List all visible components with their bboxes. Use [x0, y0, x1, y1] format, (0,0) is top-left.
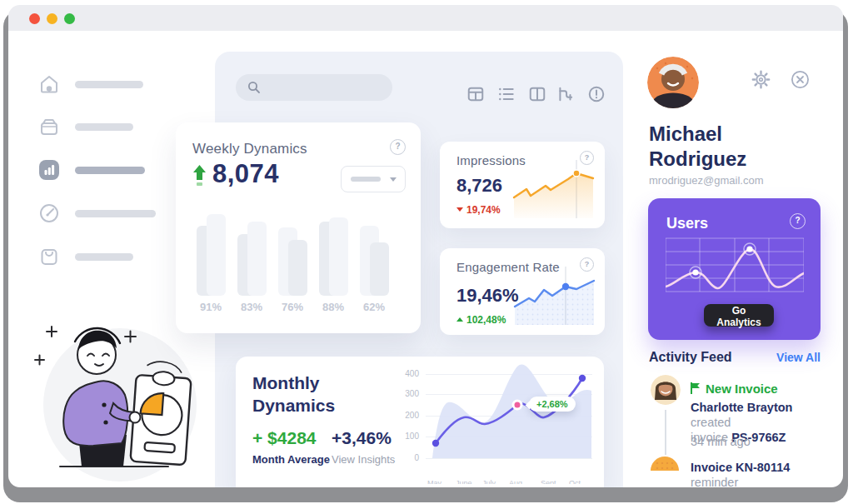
- sidebar-item-archive[interactable]: [38, 116, 60, 139]
- table-view-icon[interactable]: [466, 85, 485, 103]
- y-tick: 100: [396, 432, 419, 441]
- sidebar-label-placeholder: [75, 123, 133, 131]
- y-tick: 200: [396, 411, 419, 420]
- card-title: Weekly Dynamics: [192, 141, 307, 157]
- bar-chart-icon: [38, 159, 60, 181]
- sidebar-item-analytics[interactable]: [38, 159, 60, 182]
- y-tick: 300: [396, 389, 419, 398]
- activity-avatar: [651, 375, 681, 405]
- settings-gear-icon[interactable]: [751, 70, 771, 89]
- traffic-light-close[interactable]: [29, 13, 40, 24]
- bar-label: 83%: [237, 301, 266, 313]
- impressions-change: 19,74%: [456, 202, 501, 217]
- go-analytics-button[interactable]: Go Analytics: [704, 304, 774, 327]
- engagement-sparkline: [511, 258, 598, 328]
- shopping-bag-icon: [38, 246, 60, 267]
- profile-avatar[interactable]: [647, 57, 699, 108]
- monthly-percent: +3,46%: [332, 428, 392, 448]
- sidebar-label-placeholder: [75, 253, 133, 261]
- columns-view-icon[interactable]: [528, 85, 546, 103]
- impressions-sparkline: [511, 153, 598, 222]
- impressions-card: Impressions 8,726 19,74%: [440, 142, 605, 228]
- sidebar-item-home[interactable]: [38, 73, 60, 97]
- traffic-light-zoom[interactable]: [64, 13, 75, 24]
- last-name: Rodriguez: [649, 147, 746, 172]
- month-average-amount: + $4284: [252, 428, 317, 448]
- period-dropdown[interactable]: [341, 166, 406, 192]
- feed-connector-line: [665, 410, 666, 455]
- sidebar-label-placeholder: [75, 167, 145, 174]
- sidebar-item-performance[interactable]: [38, 202, 60, 226]
- chart-tooltip: +2,68%: [529, 397, 576, 412]
- bar-label: 76%: [278, 301, 307, 313]
- app-window: Weekly Dynamics 8,074 91% 83% 76% 88% 62…: [8, 5, 843, 487]
- users-card: Users Go Analytics: [648, 198, 821, 340]
- month-average-label: Month Average: [252, 453, 330, 466]
- monthly-dynamics-card: Monthly Dynamics + $4284 Month Average +…: [236, 357, 604, 487]
- feed-item-time: 34 min ago: [691, 434, 751, 449]
- profile-name: Michael Rodriguez: [649, 122, 746, 172]
- flag-icon: [691, 382, 701, 394]
- sidebar-item-orders[interactable]: [38, 246, 60, 269]
- sidebar-label-placeholder: [75, 210, 156, 217]
- window-titlebar: [8, 5, 843, 31]
- help-icon[interactable]: [390, 139, 406, 155]
- weekly-bar-chart: [191, 212, 406, 296]
- alert-circle-icon[interactable]: [587, 85, 606, 103]
- activity-avatar-partial: [651, 457, 679, 471]
- weekly-value: 8,074: [212, 159, 279, 189]
- flow-view-icon[interactable]: [556, 85, 575, 103]
- users-wave-chart: [666, 237, 804, 295]
- y-tick: 0: [396, 453, 419, 462]
- triangle-up-icon: [456, 317, 463, 322]
- y-tick: 400: [396, 369, 419, 378]
- engagement-change: 102,48%: [456, 312, 506, 327]
- triangle-down-icon: [456, 207, 463, 212]
- activity-feed-title: Activity Feed: [649, 350, 732, 365]
- search-input[interactable]: [258, 74, 387, 102]
- card-title: Monthly Dynamics: [252, 372, 394, 417]
- archive-box-icon: [38, 116, 60, 137]
- home-icon: [38, 73, 60, 95]
- view-insights-link[interactable]: View Insights: [332, 453, 395, 466]
- trend-up-arrow-icon: [192, 165, 207, 188]
- view-all-link[interactable]: View All: [762, 351, 821, 364]
- gauge-icon: [38, 202, 60, 224]
- sidebar-label-placeholder: [75, 81, 143, 88]
- card-title: Users: [666, 215, 708, 232]
- bar-label: 62%: [360, 301, 388, 313]
- first-name: Michael: [649, 122, 746, 147]
- impressions-value: 8,726: [456, 175, 502, 197]
- chevron-down-icon: [390, 177, 397, 182]
- feed-item-text: Invoice KN-80114 reminder: [691, 460, 836, 487]
- help-icon[interactable]: [790, 213, 806, 229]
- engagement-value: 19,46%: [456, 285, 519, 307]
- engagement-rate-card: Engagement Rate 19,46% 102,48%: [440, 248, 605, 335]
- list-view-icon[interactable]: [497, 85, 516, 103]
- weekly-dynamics-card: Weekly Dynamics 8,074 91% 83% 76% 88% 62…: [176, 122, 421, 333]
- monthly-line-chart: [423, 361, 598, 469]
- profile-email: mrodriguez@gmail.com: [649, 174, 763, 187]
- analytics-illustration: [27, 312, 212, 485]
- traffic-light-minimize[interactable]: [47, 13, 57, 24]
- bar-label: 88%: [319, 301, 347, 313]
- tooltip-value: +2,68%: [536, 399, 568, 409]
- feed-badge: New Invoice: [691, 382, 778, 397]
- bar-label: 91%: [197, 301, 225, 313]
- close-icon[interactable]: [791, 70, 810, 89]
- dropdown-value-placeholder: [351, 177, 381, 182]
- x-axis-labels: May June July Aug Sept Oct: [426, 479, 592, 484]
